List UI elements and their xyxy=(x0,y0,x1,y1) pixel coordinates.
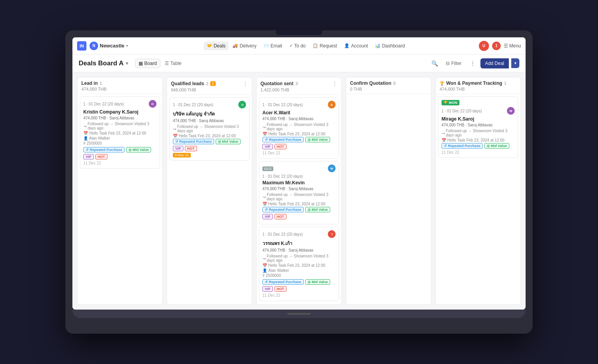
search-button[interactable]: 🔍 xyxy=(429,58,440,69)
column-header-quotation: Quotation sent 3 ⋮ 1,422,000 THB xyxy=(257,77,341,95)
col-badge: 1 xyxy=(210,81,215,86)
request-icon: 📋 xyxy=(313,43,318,48)
nav-todo[interactable]: ✓ To do xyxy=(286,42,309,50)
tag-mid: ◎ Mid Value xyxy=(484,143,509,149)
table-row[interactable]: 🏆 WON 1 · 01 Dec 22 (20 days) M Mirage K… xyxy=(438,96,518,158)
tag-repeated: ↺ Repeated Purchase xyxy=(83,147,125,152)
tag-vip: VIP xyxy=(262,144,273,149)
tag-hot: HOT xyxy=(274,214,287,219)
nav-email[interactable]: ✉️ Email xyxy=(260,42,285,50)
tag-mid: ◎ Mid Value xyxy=(305,207,330,212)
col-amount: 948,000 THB xyxy=(171,88,248,92)
account-icon: 👤 xyxy=(344,43,350,48)
column-cards-confirm xyxy=(346,94,431,304)
tag-mid: ◎ Mid Value xyxy=(126,147,151,152)
col-more[interactable]: ⋮ xyxy=(243,80,248,87)
notification-badge[interactable]: 1 xyxy=(492,42,501,50)
nav-deals[interactable]: 🤝 Deals xyxy=(204,42,229,50)
card-task: 📅Hello Task Feb 23, 2024 at 12:00 xyxy=(173,134,246,138)
table-row[interactable]: 1 · 01 Dec 22 (20 days) K Kristin Compan… xyxy=(80,96,160,169)
tag-hot: HOT xyxy=(274,286,287,292)
board-view-btn[interactable]: ▦ Board xyxy=(135,59,160,68)
page-title: Deals Board A ▾ xyxy=(79,60,128,67)
card-badge-tags: VIP HOT xyxy=(262,286,336,292)
card-badge-tags: VIP HOT xyxy=(173,146,246,151)
col-title: Quotation sent xyxy=(260,81,294,86)
col-count: 1 xyxy=(100,81,102,86)
nav-email-label: Email xyxy=(271,43,282,49)
tag-vip: VIP xyxy=(173,146,183,151)
card-amount: 474,000 THB · Saroj Attitavas xyxy=(173,119,246,123)
col-count: 0 xyxy=(393,81,396,86)
card-avatar: M xyxy=(507,107,515,115)
card-avatar: บ xyxy=(238,101,246,108)
tag-hot: HOT xyxy=(185,146,197,151)
col-title: Lead in xyxy=(81,80,98,86)
board-icon: ▦ xyxy=(139,61,143,66)
card-avatar: A xyxy=(328,101,336,108)
table-row[interactable]: 1 · 01 Dec 22 (20 days) ว วรรณพร K.เก้า … xyxy=(259,227,339,301)
nav-request[interactable]: 📋 Request xyxy=(310,42,340,50)
brand-section[interactable]: N Newcastle ▾ xyxy=(90,42,128,50)
user-avatar[interactable]: U xyxy=(479,41,489,51)
nav-request-label: Request xyxy=(320,43,337,49)
dashboard-icon: 📊 xyxy=(375,43,380,48)
filter-icon: ⊟ xyxy=(446,61,450,66)
col-more[interactable]: ⋮ xyxy=(332,80,338,87)
card-footer-date: 11 Dec 22 xyxy=(262,151,336,155)
filter-button[interactable]: ⊟ Filter xyxy=(443,59,465,68)
tag-repeated: ↺ Repeated Purchase xyxy=(262,137,304,142)
col-amount: 474,000 THB xyxy=(440,87,517,91)
table-row[interactable]: IDLE M 1 · 01 Dec 22 (20 days) Maximum M… xyxy=(259,161,339,224)
card-activity: ↝Followed up → Showroom Visited 3 days a… xyxy=(83,122,157,130)
column-header-assigned: Assigned to Delivery 0 0 THB xyxy=(525,77,526,94)
card-tags: ↺ Repeated Purchase ◎ Mid Value xyxy=(441,143,515,149)
more-options-button[interactable]: ⋮ xyxy=(467,58,478,69)
top-nav: IN N Newcastle ▾ 🤝 Deals 🚚 Delivery ✉️ E… xyxy=(72,37,526,54)
nav-delivery[interactable]: 🚚 Delivery xyxy=(229,42,259,50)
card-footer-date: 11 Dec 22 xyxy=(262,293,336,298)
card-activity: ↝Followed up → Showroom Visited 3 days a… xyxy=(262,192,336,201)
tag-hot: HOT xyxy=(274,144,287,149)
nav-account[interactable]: 👤 Account xyxy=(341,42,371,50)
card-badge-tags: VIP HOT xyxy=(262,144,336,149)
nav-dashboard[interactable]: 📊 Dashboard xyxy=(372,42,408,50)
card-footer-date: 9 Nov 22 xyxy=(173,153,246,157)
laptop-notch xyxy=(276,30,322,35)
date-badge: 9 Nov 22 xyxy=(173,153,191,158)
hamburger-menu[interactable]: ☰ Menu xyxy=(504,43,521,49)
app-logo: IN xyxy=(77,41,86,51)
column-qualified-leads: Qualified leads 2 1 ⋮ 948,000 THB 1 · 01… xyxy=(167,77,252,305)
card-name: Kristin Company K.Saroj xyxy=(83,109,157,115)
nav-dashboard-label: Dashboard xyxy=(382,43,405,49)
card-user: 👤Alan Walker xyxy=(262,268,336,273)
card-tags: ↺ Repeated Purchase ◎ Mid Value xyxy=(262,207,336,212)
nav-delivery-label: Delivery xyxy=(239,43,256,49)
table-row[interactable]: 1 · 01 Dec 22 (20 days) A Acer K.Warit 4… xyxy=(259,97,339,159)
card-activity: ↝Followed up → Showroom Visited 3 days a… xyxy=(173,124,246,133)
column-cards-assigned: 🏆 WON 1 · 01 Dec 22 (20 days) P Phoenix … xyxy=(525,94,526,304)
card-user: 👤Alan Walker xyxy=(83,136,157,140)
nav-account-label: Account xyxy=(351,43,368,49)
toolbar: Deals Board A ▾ ▦ Board ☰ Table 🔍 ⊟ Filt… xyxy=(72,54,526,72)
table-row[interactable]: 1 · 01 Dec 22 (20 days) บ บริษัท แด้มบุญ… xyxy=(169,97,250,161)
tag-vip: VIP xyxy=(83,154,94,159)
card-activity: ↝Followed up → Showroom Visited 3 days a… xyxy=(262,122,336,131)
card-name: Acer K.Warit xyxy=(262,110,336,116)
won-badge: 🏆 WON xyxy=(441,100,459,105)
add-deal-dropdown[interactable]: ▾ xyxy=(511,58,519,68)
column-header-lead-in: Lead in 1 474,000 THB xyxy=(77,77,162,94)
add-deal-label: Add Deal xyxy=(485,61,504,66)
add-deal-button[interactable]: Add Deal xyxy=(480,58,509,68)
card-ref: #2500000 xyxy=(83,141,157,145)
card-task: 📅Hello Task Feb 23, 2024 at 12:00 xyxy=(441,138,515,142)
card-date: 1 · 01 Dec 22 (20 days) xyxy=(173,103,213,107)
card-footer-date: 11 Dec 22 xyxy=(83,161,157,165)
tag-mid: ◎ Mid Value xyxy=(216,139,241,144)
card-amount: 474,000 THB · Saroj Attitavas xyxy=(262,187,336,191)
column-won-payment: 🏆 Won & Payment Tracking 1 474,000 THB 🏆… xyxy=(435,77,521,305)
brand-avatar: N xyxy=(90,42,98,50)
laptop-base xyxy=(72,310,526,318)
card-tags: ↺ Repeated Purchase ◎ Mid Value xyxy=(262,137,336,142)
table-view-btn[interactable]: ☰ Table xyxy=(161,59,185,68)
